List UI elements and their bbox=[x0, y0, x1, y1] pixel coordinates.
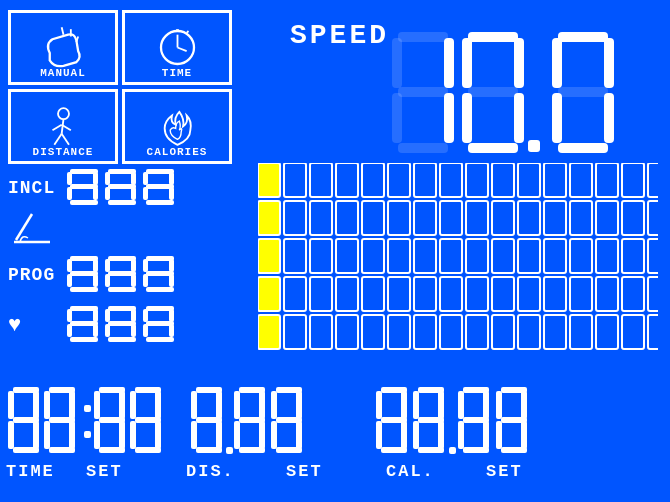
svg-rect-261 bbox=[496, 391, 502, 419]
svg-rect-215 bbox=[135, 447, 161, 453]
svg-rect-172 bbox=[336, 315, 358, 349]
svg-rect-188 bbox=[33, 391, 39, 419]
svg-rect-103 bbox=[310, 163, 332, 197]
svg-rect-124 bbox=[414, 201, 436, 235]
svg-rect-225 bbox=[234, 391, 240, 419]
icon-box-calories[interactable]: CALORIES bbox=[122, 89, 232, 164]
svg-rect-173 bbox=[362, 315, 384, 349]
svg-rect-63 bbox=[67, 274, 72, 287]
svg-rect-211 bbox=[155, 391, 161, 419]
progress-grid bbox=[258, 163, 658, 363]
icon-box-distance[interactable]: DISTANCE bbox=[8, 89, 118, 164]
svg-rect-88 bbox=[105, 309, 110, 322]
svg-rect-130 bbox=[570, 201, 592, 235]
svg-rect-42 bbox=[70, 200, 98, 205]
svg-rect-222 bbox=[196, 447, 222, 453]
svg-rect-33 bbox=[552, 93, 562, 143]
svg-rect-132 bbox=[622, 201, 644, 235]
svg-rect-166 bbox=[622, 277, 644, 311]
svg-rect-258 bbox=[483, 421, 489, 449]
svg-rect-169 bbox=[258, 315, 280, 349]
dis-set-label: SET bbox=[286, 462, 366, 481]
svg-rect-45 bbox=[131, 172, 136, 185]
svg-rect-128 bbox=[518, 201, 540, 235]
svg-line-2 bbox=[76, 37, 78, 43]
svg-rect-187 bbox=[8, 391, 14, 419]
progress-grid-svg bbox=[258, 163, 658, 358]
time-label: TIME bbox=[162, 67, 192, 79]
svg-rect-93 bbox=[108, 337, 136, 342]
svg-rect-106 bbox=[388, 163, 410, 197]
svg-rect-38 bbox=[93, 172, 98, 185]
svg-rect-262 bbox=[521, 391, 527, 419]
svg-rect-247 bbox=[438, 391, 444, 419]
heart-row: ♥ bbox=[8, 305, 206, 345]
icon-grid: MANUAL TIME DISTANCE bbox=[8, 10, 232, 164]
svg-rect-257 bbox=[458, 421, 464, 449]
svg-rect-67 bbox=[105, 259, 110, 272]
prog-label: PROG bbox=[8, 265, 60, 285]
bottom-label-row: TIME SET DIS. SET CAL. SET bbox=[6, 462, 664, 481]
svg-rect-264 bbox=[496, 421, 502, 449]
svg-rect-55 bbox=[169, 187, 174, 200]
svg-rect-141 bbox=[414, 239, 436, 273]
svg-rect-153 bbox=[284, 277, 306, 311]
svg-rect-114 bbox=[596, 163, 618, 197]
svg-rect-243 bbox=[401, 421, 407, 449]
svg-rect-210 bbox=[130, 391, 136, 419]
svg-rect-47 bbox=[105, 187, 110, 200]
svg-rect-15 bbox=[392, 38, 402, 88]
svg-rect-16 bbox=[444, 38, 454, 88]
svg-line-12 bbox=[52, 125, 61, 131]
svg-rect-266 bbox=[501, 447, 527, 453]
svg-rect-142 bbox=[440, 239, 462, 273]
time-set-label: SET bbox=[86, 462, 166, 481]
svg-rect-229 bbox=[259, 421, 265, 449]
svg-rect-150 bbox=[648, 239, 658, 273]
svg-rect-121 bbox=[336, 201, 358, 235]
svg-rect-119 bbox=[284, 201, 306, 235]
svg-rect-179 bbox=[518, 315, 540, 349]
svg-rect-125 bbox=[440, 201, 462, 235]
svg-rect-96 bbox=[169, 309, 174, 322]
svg-rect-233 bbox=[296, 391, 302, 419]
speed-display bbox=[390, 30, 650, 160]
svg-rect-167 bbox=[648, 277, 658, 311]
svg-rect-140 bbox=[388, 239, 410, 273]
svg-rect-89 bbox=[131, 309, 136, 322]
cal-set-label: SET bbox=[486, 462, 546, 481]
svg-rect-192 bbox=[13, 447, 39, 453]
svg-rect-171 bbox=[310, 315, 332, 349]
svg-rect-72 bbox=[108, 287, 136, 292]
svg-rect-101 bbox=[258, 163, 280, 197]
svg-rect-48 bbox=[131, 187, 136, 200]
svg-rect-249 bbox=[413, 421, 419, 449]
svg-rect-254 bbox=[458, 391, 464, 419]
svg-rect-208 bbox=[99, 447, 125, 453]
svg-rect-115 bbox=[622, 163, 644, 197]
svg-rect-174 bbox=[388, 315, 410, 349]
icon-box-manual[interactable]: MANUAL bbox=[8, 10, 118, 85]
svg-rect-28 bbox=[528, 140, 540, 152]
svg-rect-199 bbox=[49, 447, 75, 453]
svg-rect-206 bbox=[94, 421, 100, 449]
icon-box-time[interactable]: TIME bbox=[122, 10, 232, 85]
svg-rect-201 bbox=[84, 431, 91, 438]
svg-rect-52 bbox=[169, 172, 174, 185]
svg-rect-92 bbox=[131, 324, 136, 337]
svg-rect-71 bbox=[131, 274, 136, 287]
svg-rect-75 bbox=[169, 259, 174, 272]
distance-label: DISTANCE bbox=[33, 146, 94, 158]
svg-rect-198 bbox=[69, 421, 75, 449]
svg-rect-181 bbox=[570, 315, 592, 349]
incl-row: INCL bbox=[8, 168, 206, 208]
svg-rect-100 bbox=[146, 337, 174, 342]
svg-rect-21 bbox=[468, 32, 518, 42]
svg-rect-23 bbox=[514, 38, 524, 88]
svg-rect-183 bbox=[622, 315, 644, 349]
svg-rect-236 bbox=[296, 421, 302, 449]
svg-rect-19 bbox=[444, 93, 454, 143]
svg-rect-29 bbox=[558, 32, 608, 42]
svg-rect-240 bbox=[401, 391, 407, 419]
svg-line-7 bbox=[186, 31, 188, 33]
